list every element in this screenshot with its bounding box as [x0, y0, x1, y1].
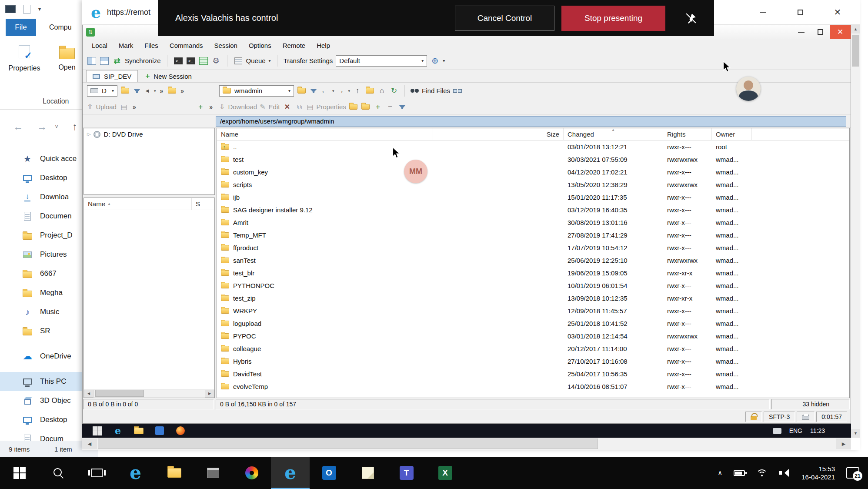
file-row[interactable]: logupload25/01/2018 10:41:52rwxr-x---wma… [217, 317, 849, 330]
back-icon[interactable]: ← [13, 121, 23, 133]
folder-icon[interactable] [361, 104, 370, 110]
keyboard-layout-icon[interactable] [773, 428, 781, 434]
file-row[interactable]: sanTest25/06/2019 12:25:10rwxrwxrwxwmad.… [217, 254, 849, 267]
menu-session[interactable]: Session [209, 42, 243, 49]
cancel-control-button[interactable]: Cancel Control [455, 6, 554, 31]
local-horizontal-scrollbar[interactable]: ◀ ▶ [84, 389, 214, 398]
globe-icon[interactable]: ⊕ [430, 56, 440, 66]
refresh-icon[interactable]: ↻ [389, 86, 399, 96]
column-changed[interactable]: ▲ Changed [564, 128, 663, 141]
remote-forward-button[interactable]: →▾ [337, 87, 351, 95]
globe-dropdown-icon[interactable]: ▾ [443, 58, 445, 63]
file-row[interactable]: scripts13/05/2020 12:38:29rwxrwxrwxwmad.… [217, 178, 849, 191]
properties-quick-icon[interactable] [23, 5, 30, 14]
remote-clock[interactable]: 11:23 [810, 427, 825, 434]
menu-help[interactable]: Help [311, 42, 336, 49]
panels-layout-icon[interactable] [87, 57, 96, 65]
toolbar-overflow-icon[interactable]: » [131, 104, 137, 111]
column-owner[interactable]: Owner [712, 128, 752, 141]
local-back-button[interactable]: ◄▾ [144, 87, 156, 94]
transfer-settings-select[interactable]: Default ▾ [336, 55, 427, 67]
toolbar-overflow-icon[interactable]: » [208, 104, 214, 111]
file-row[interactable]: ijb15/01/2020 11:17:35rwxr-x---wmad... [217, 191, 849, 204]
scroll-thumb[interactable] [98, 439, 598, 449]
remote-explorer-icon[interactable] [134, 428, 144, 434]
root-directory-icon[interactable] [366, 88, 374, 94]
new-folder-icon[interactable] [349, 104, 357, 110]
taskbar-edge-active-button[interactable]: e [271, 457, 310, 489]
scroll-up-icon[interactable]: ▲ [851, 25, 860, 33]
file-row[interactable]: Hybris27/10/2017 10:16:08rwxr-x---wmad..… [217, 355, 849, 368]
remote-ie-icon[interactable]: e [115, 426, 121, 435]
taskbar-app-window-button[interactable] [194, 457, 232, 489]
local-column-name[interactable]: Name▲ [84, 198, 192, 210]
taskbar-sticky-notes-button[interactable] [348, 457, 387, 489]
tray-overflow-icon[interactable]: ∧ [718, 469, 722, 477]
file-row[interactable]: evolveTemp14/10/2016 08:51:07rwxr-x---wm… [217, 380, 849, 393]
taskbar-search-button[interactable] [39, 457, 77, 489]
stop-presenting-button[interactable]: Stop presenting [561, 6, 665, 31]
taskbar-excel-button[interactable]: X [426, 457, 464, 489]
delete-icon[interactable]: ✕ [282, 102, 292, 112]
forward-icon[interactable]: → [37, 121, 47, 133]
local-column-size[interactable]: S [192, 200, 200, 208]
taskbar-outlook-button[interactable]: O [310, 457, 348, 489]
filter-icon[interactable] [132, 86, 142, 96]
terminal-icon[interactable]: >_ [174, 57, 183, 64]
menu-remote[interactable]: Remote [277, 42, 311, 49]
menu-commands[interactable]: Commands [164, 42, 209, 49]
winscp-maximize-icon[interactable] [811, 25, 830, 39]
explorer-computer-tab[interactable]: Compu [49, 23, 72, 31]
scroll-right-icon[interactable]: ▶ [836, 439, 851, 449]
queue-button[interactable]: Queue ▾ [234, 56, 271, 66]
folder-shortcut-icon[interactable] [168, 88, 176, 94]
menu-mark[interactable]: Mark [113, 42, 139, 49]
quick-access-dropdown-icon[interactable]: ▾ [38, 6, 41, 12]
battery-icon[interactable] [734, 470, 745, 476]
session-tab-sip-dev[interactable]: SIP_DEV [86, 70, 138, 82]
file-row[interactable]: SAG designer installer 9.1203/12/2019 16… [217, 204, 849, 216]
volume-icon[interactable] [779, 469, 790, 477]
recent-locations-icon[interactable]: ˅ [55, 123, 58, 130]
remote-path-bar[interactable]: /export/home/users/wmgroup/wmadmin [216, 116, 846, 127]
menu-local[interactable]: Local [86, 42, 113, 49]
taskbar-paint-button[interactable] [232, 457, 271, 489]
file-row[interactable]: colleague20/12/2017 11:14:00rwxr-x---wma… [217, 342, 849, 355]
file-row[interactable]: Temp_MFT27/08/2019 17:41:29rwxr-x---wmad… [217, 229, 849, 241]
horizontal-scrollbar[interactable]: ◀ ▶ [82, 438, 851, 450]
explorer-file-tab[interactable]: File [6, 19, 36, 36]
properties-button-remote[interactable]: ▤ Properties [307, 103, 346, 111]
remote-start-icon[interactable] [93, 426, 102, 435]
minimize-icon[interactable] [744, 3, 781, 21]
taskbar-file-explorer-button[interactable] [155, 457, 194, 489]
remote-firefox-icon[interactable] [176, 426, 185, 435]
file-row[interactable]: test_blr19/06/2019 15:09:05rwxr-xr-xwmad… [217, 267, 849, 279]
preferences-gear-icon[interactable]: ⚙ [211, 56, 221, 66]
toolbar-overflow-icon[interactable]: » [179, 87, 185, 94]
file-row[interactable]: custom_key04/12/2020 17:02:21rwxr-x---wm… [217, 166, 849, 178]
maximize-icon[interactable] [781, 3, 819, 21]
taskbar-clock[interactable]: 15:53 16-04-2021 [801, 465, 835, 481]
close-icon[interactable]: ✕ [819, 3, 856, 21]
split-view-icon[interactable] [100, 57, 109, 65]
download-button[interactable]: ⇩ Download [219, 103, 257, 111]
add-icon[interactable]: + [373, 102, 383, 112]
open-directory-icon[interactable] [297, 88, 306, 94]
console-icon[interactable]: >_ [187, 57, 195, 64]
parent-directory-icon[interactable]: ↑ [353, 86, 362, 96]
new-session-tab[interactable]: + New Session [139, 70, 197, 82]
taskbar-start-button[interactable] [0, 457, 39, 489]
scroll-thumb[interactable] [852, 35, 859, 67]
file-row[interactable]: test_zip13/09/2018 10:12:35rwxr-xr-xwmad… [217, 292, 849, 305]
file-row[interactable]: PYPOC03/01/2018 12:14:54rwxrwxrwxwmad... [217, 330, 849, 342]
taskbar-edge-button[interactable]: e [116, 457, 155, 489]
background-transfers-icon[interactable] [199, 57, 208, 65]
remote-language[interactable]: ENG [789, 427, 802, 434]
network-icon[interactable] [453, 89, 462, 93]
file-row[interactable]: ffproduct17/07/2019 10:54:12rwxr-x---wma… [217, 241, 849, 254]
column-name[interactable]: Name [217, 128, 433, 141]
add-icon[interactable]: + [196, 102, 205, 112]
winscp-close-icon[interactable]: ✕ [830, 25, 851, 39]
toolbar-overflow-icon[interactable]: » [158, 87, 164, 94]
scroll-right-icon[interactable]: ▶ [205, 390, 214, 398]
